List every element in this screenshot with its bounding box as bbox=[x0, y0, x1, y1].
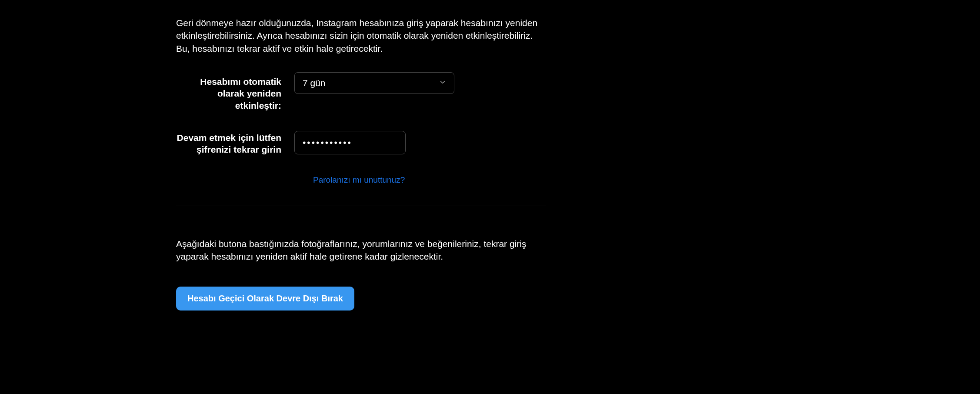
password-label: Devam etmek için lütfen şifrenizi tekrar… bbox=[176, 131, 294, 156]
reactivate-select-wrapper: 7 gün bbox=[294, 72, 454, 94]
forgot-link-row: Parolanızı mı unuttunuz? bbox=[313, 175, 546, 185]
deactivate-button[interactable]: Hesabı Geçici Olarak Devre Dışı Bırak bbox=[176, 287, 354, 311]
intro-text: Geri dönmeye hazır olduğunuzda, Instagra… bbox=[176, 17, 546, 55]
password-wrapper bbox=[294, 131, 406, 154]
reactivate-label: Hesabımı otomatik olarak yeniden etkinle… bbox=[176, 72, 294, 111]
reactivate-select[interactable]: 7 gün bbox=[294, 72, 454, 94]
info-text: Aşağıdaki butona bastığınızda fotoğrafla… bbox=[176, 237, 546, 263]
password-row: Devam etmek için lütfen şifrenizi tekrar… bbox=[176, 131, 546, 156]
password-input[interactable] bbox=[294, 131, 406, 154]
reactivate-row: Hesabımı otomatik olarak yeniden etkinle… bbox=[176, 72, 546, 111]
divider bbox=[176, 206, 546, 206]
forgot-password-link[interactable]: Parolanızı mı unuttunuz? bbox=[313, 175, 405, 184]
